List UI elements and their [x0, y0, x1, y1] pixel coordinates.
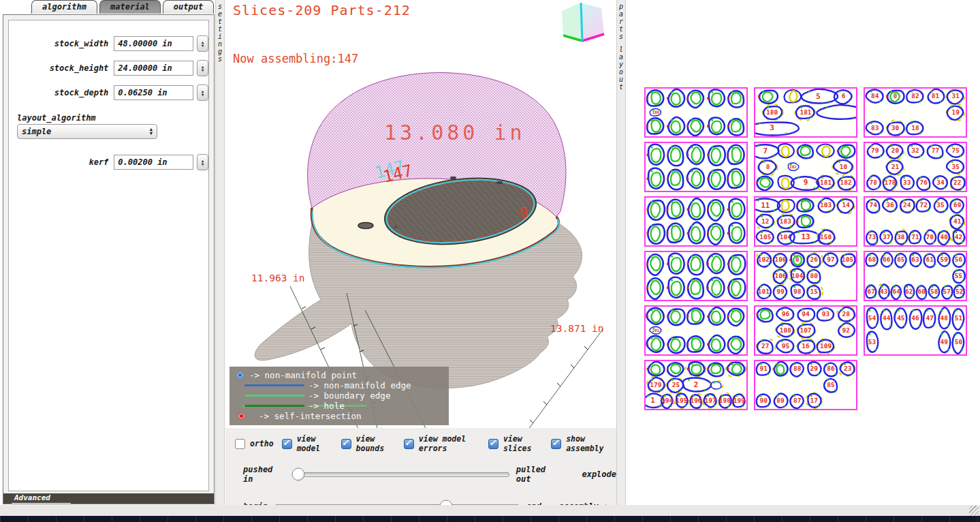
parts-sheet[interactable]: 1021000269710510610480101999815 [754, 251, 857, 301]
settings-strip: settings [215, 0, 225, 505]
stock_width-field[interactable]: 48.00000 in [114, 36, 193, 51]
part-number: 5 [816, 92, 821, 101]
parts-sheet[interactable]: 78102109181182 [754, 142, 857, 192]
stock_depth-field[interactable]: 0.06250 in [114, 85, 193, 100]
parts-sheet[interactable] [644, 142, 748, 192]
parts-sheet[interactable]: 792032777521357817833763422 [864, 142, 967, 192]
sheet-drawing: 84082813119833018 [865, 89, 966, 136]
part-number: 78 [870, 179, 878, 186]
checkbox-view-model-errors[interactable] [404, 439, 414, 449]
slice-dot [394, 226, 398, 229]
part-number: 18 [911, 124, 919, 132]
part-number: 43 [880, 288, 888, 295]
line-green-dots-marker [244, 405, 304, 407]
sheet-drawing: 91882986238590898717 [755, 361, 856, 409]
tab-output[interactable]: output [163, 0, 214, 14]
part-number: 1 [650, 396, 655, 405]
part-number: 10 [840, 163, 848, 170]
part-number: 13 [801, 232, 810, 241]
stock-fields: stock_width48.00000 in▲▼stock_height24.0… [9, 20, 208, 101]
part-number: 8 [766, 163, 770, 170]
tab-material[interactable]: material [99, 0, 161, 14]
stock_width-stepper[interactable]: ▲▼ [197, 35, 208, 52]
parts-sheets-grid: 1995618018138408281311983301878102109181… [644, 87, 967, 410]
kerf-field[interactable]: 0.00200 in [114, 155, 193, 170]
slice-small-hole [358, 223, 373, 229]
part-number: 23 [844, 365, 852, 372]
part-number: 183 [780, 217, 791, 225]
part-number: 91 [760, 365, 768, 372]
checkbox-view-slices[interactable] [488, 439, 499, 449]
parts-sheet[interactable]: 561801813 [754, 87, 857, 138]
line-blue-marker [244, 384, 304, 386]
stock_height-field[interactable]: 24.00000 in [114, 61, 193, 76]
legend-label: -> hole [309, 401, 345, 411]
parts-sheet[interactable] [644, 196, 748, 247]
checkbox-label: view model [297, 434, 333, 453]
stock_depth-stepper[interactable]: ▲▼ [197, 85, 208, 101]
part-number: 49 [941, 338, 949, 346]
stock_width-label: stock_width [9, 39, 114, 48]
part-number: 63 [911, 256, 919, 263]
parts-sheet[interactable] [644, 251, 748, 301]
resize-grip-icon[interactable] [969, 506, 979, 515]
part-number: 16 [802, 342, 810, 350]
checkbox-show-assembly[interactable] [551, 439, 561, 449]
part-number: 40 [941, 233, 949, 241]
part-number: 6 [842, 92, 846, 99]
kerf-label: kerf [9, 157, 114, 167]
part-number: 20 [891, 147, 900, 154]
checkbox-view-bounds[interactable] [341, 439, 351, 449]
model-viewport[interactable]: 13.080 in 147 147 0 11.963 in 13.871 in … [225, 0, 616, 428]
part-number: 181 [820, 179, 832, 186]
explode-slider-knob[interactable] [291, 468, 304, 481]
part-number: 29 [810, 365, 819, 372]
measure-left-label: 11.963 in [251, 273, 305, 283]
parts-sheet[interactable]: 199 [644, 87, 748, 138]
part-number: 53 [868, 338, 876, 346]
checkbox-label: show assembly [566, 434, 613, 453]
stock_height-label: stock_height [9, 63, 114, 73]
legend-label: -> boundary edge [309, 390, 390, 401]
part-number: 195 [676, 397, 687, 404]
advanced-bar[interactable]: Advanced [3, 493, 214, 504]
parts-sheet[interactable]: 91882986238590898717 [754, 360, 857, 410]
settings-panel: stock_width48.00000 in▲▼stock_height24.0… [3, 14, 215, 504]
parts-sheet[interactable]: 68666563615956556743646260585752 [864, 251, 967, 301]
parts-sheet[interactable]: 7436247235694173373871704042 [864, 196, 967, 247]
tab-algorithm[interactable]: algorithm [31, 0, 97, 14]
checkbox-view-model[interactable] [282, 439, 292, 449]
stock_height-stepper[interactable]: ▲▼ [197, 60, 208, 76]
parts-sheet[interactable]: 1792521194195196197198199 [644, 360, 748, 410]
part-number: 199 [733, 397, 745, 404]
part-number: 87 [793, 397, 801, 404]
part-number: 79 [871, 147, 879, 154]
part-number: 28 [842, 310, 850, 318]
checkbox-label: ortho [250, 439, 274, 448]
part-number: 27 [761, 342, 769, 350]
stock_depth-label: stock_depth [9, 88, 114, 97]
kerf-stepper[interactable]: ▲▼ [197, 154, 208, 170]
part-number: 14 [842, 201, 850, 209]
checkbox-ortho[interactable] [235, 439, 245, 449]
sheet-drawing [646, 143, 746, 191]
part-number: 57 [943, 288, 951, 295]
axis-triad-icon[interactable] [558, 1, 607, 48]
parts-sheet[interactable]: 84082813119833018 [864, 87, 967, 138]
parts-sheet[interactable]: 54444546474851534950 [864, 305, 967, 356]
layout-algorithm-select[interactable]: simple ▲▼ [17, 124, 157, 139]
explode-slider[interactable] [294, 472, 509, 477]
parts-sheet[interactable]: 201 [644, 305, 748, 356]
parts-sheet[interactable]: 9694932810810792279516109 [754, 305, 857, 356]
part-number: 59 [941, 256, 949, 263]
part-number: 97 [827, 256, 834, 263]
part-number: 58 [930, 288, 938, 295]
part-number: 178 [884, 179, 896, 186]
part-number: 89 [776, 397, 785, 404]
part-number: 21 [891, 163, 900, 170]
part-number: 34 [936, 179, 945, 186]
parts-sheet[interactable]: 11103141218310510413150 [754, 196, 857, 247]
sheet-drawing [646, 198, 746, 245]
point-blue-marker [236, 371, 244, 379]
explode-button[interactable]: explode [582, 470, 616, 479]
